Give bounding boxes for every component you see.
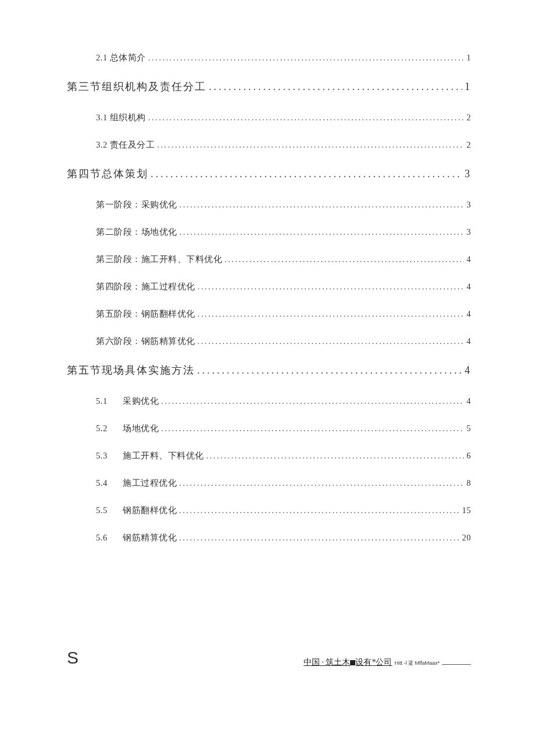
toc-page-number: 3 (466, 200, 471, 210)
toc-label: 第四节总体策划 (67, 167, 148, 181)
toc-page-number: 8 (466, 478, 471, 488)
toc-leader-dots (157, 140, 464, 150)
toc-leader-dots (148, 113, 465, 123)
footer-mark: S (67, 648, 79, 668)
page-footer: S 中国 · 筑土木设有*公司 Hitt -l 蓝 MlfaMaax* (0, 648, 535, 668)
toc-label: 第四阶段：施工过程优化 (96, 281, 195, 292)
toc-label: 2.1 总体简介 (96, 52, 146, 63)
footer-underline (442, 664, 471, 665)
toc-label: 3.1 组织机构 (96, 112, 146, 123)
toc-label: 第二阶段：场地优化 (96, 227, 177, 238)
toc-leader-dots (148, 53, 465, 63)
toc-leader-dots (197, 364, 462, 377)
toc-page-number: 4 (466, 282, 471, 292)
toc-entry: 5.2场地优化5 (67, 423, 471, 434)
toc-leader-dots (179, 506, 460, 515)
toc-label: 5.3 (96, 451, 112, 461)
toc-page-number: 15 (462, 506, 472, 515)
table-of-contents: 2.1 总体简介1第三节组织机构及责任分工13.1 组织机构23.2 责任及分工… (67, 52, 471, 543)
toc-entry: 5.4施工过程优化8 (67, 478, 471, 489)
toc-leader-dots (161, 396, 464, 406)
toc-label: 5.4 (96, 478, 112, 488)
toc-label: 5.5 (96, 506, 112, 515)
footer-company-text: 中国 · 筑土木设有*公司 (304, 657, 393, 668)
toc-entry: 5.1采购优化4 (67, 396, 471, 407)
toc-entry: 5.3施工开料、下料优化6 (67, 450, 471, 461)
toc-leader-dots (198, 309, 465, 319)
toc-page-number: 6 (466, 451, 471, 461)
toc-entry: 3.2 责任及分工2 (67, 139, 471, 151)
toc-page-number: 20 (462, 533, 472, 543)
toc-page-number: 4 (465, 364, 471, 377)
toc-label: 第三阶段：施工开料、下料优化 (96, 254, 222, 265)
toc-entry: 第三阶段：施工开料、下料优化4 (67, 254, 471, 265)
footer-small-text: Hitt -l 蓝 MlfaMaax* (394, 660, 440, 667)
toc-entry: 5.6钢筋精算优化20 (67, 532, 471, 543)
toc-leader-dots (198, 282, 465, 292)
toc-leader-dots (179, 533, 460, 543)
document-page: 2.1 总体简介1第三节组织机构及责任分工13.1 组织机构23.2 责任及分工… (0, 0, 535, 543)
toc-leader-dots (198, 336, 465, 346)
toc-leader-dots (209, 81, 462, 93)
toc-leader-dots (180, 227, 465, 237)
toc-label: 第三节组织机构及责任分工 (67, 80, 206, 94)
toc-label: 第一阶段：采购优化 (96, 199, 177, 210)
toc-page-number: 2 (466, 113, 471, 123)
toc-page-number: 3 (465, 168, 471, 180)
toc-entry: 第五节现场具体实施方法4 (67, 363, 471, 377)
toc-entry: 第三节组织机构及责任分工1 (67, 80, 471, 94)
toc-label: 5.6 (96, 533, 112, 543)
toc-suffix: 采购优化 (123, 396, 159, 407)
toc-label: 第六阶段：钢筋精算优化 (96, 336, 195, 347)
toc-leader-dots (224, 255, 464, 264)
toc-page-number: 1 (465, 81, 471, 93)
toc-entry: 3.1 组织机构2 (67, 112, 471, 123)
toc-suffix: 施工过程优化 (123, 478, 177, 489)
toc-label: 第五节现场具体实施方法 (67, 363, 195, 377)
toc-label: 5.2 (96, 424, 112, 433)
toc-entry: 5.5钢筋翻样优化15 (67, 505, 471, 516)
toc-page-number: 2 (466, 140, 471, 150)
toc-entry: 第一阶段：采购优化3 (67, 199, 471, 210)
toc-label: 第五阶段：钢筋翻样优化 (96, 309, 195, 320)
square-icon (350, 660, 355, 665)
toc-label: 5.1 (96, 396, 112, 406)
footer-company-block: 中国 · 筑土木设有*公司 Hitt -l 蓝 MlfaMaax* (304, 657, 471, 668)
toc-entry: 第六阶段：钢筋精算优化4 (67, 336, 471, 347)
toc-label: 3.2 责任及分工 (96, 139, 155, 151)
toc-entry: 第二阶段：场地优化3 (67, 227, 471, 238)
toc-page-number: 4 (466, 336, 471, 346)
toc-page-number: 4 (466, 255, 471, 264)
toc-page-number: 3 (466, 227, 471, 237)
toc-suffix: 钢筋精算优化 (123, 532, 177, 543)
toc-page-number: 1 (466, 53, 471, 63)
toc-suffix: 施工开料、下料优化 (123, 450, 204, 461)
toc-page-number: 4 (466, 309, 471, 319)
toc-leader-dots (161, 424, 464, 433)
toc-entry: 第五阶段：钢筋翻样优化4 (67, 309, 471, 320)
toc-entry: 第四节总体策划3 (67, 167, 471, 181)
toc-suffix: 钢筋翻样优化 (123, 505, 177, 516)
toc-leader-dots (151, 168, 462, 180)
toc-leader-dots (206, 451, 465, 461)
toc-leader-dots (180, 200, 465, 210)
toc-entry: 第四阶段：施工过程优化4 (67, 281, 471, 292)
toc-suffix: 场地优化 (123, 423, 159, 434)
toc-page-number: 4 (466, 396, 471, 406)
toc-entry: 2.1 总体简介1 (67, 52, 471, 63)
toc-leader-dots (179, 478, 464, 488)
toc-page-number: 5 (466, 424, 471, 433)
